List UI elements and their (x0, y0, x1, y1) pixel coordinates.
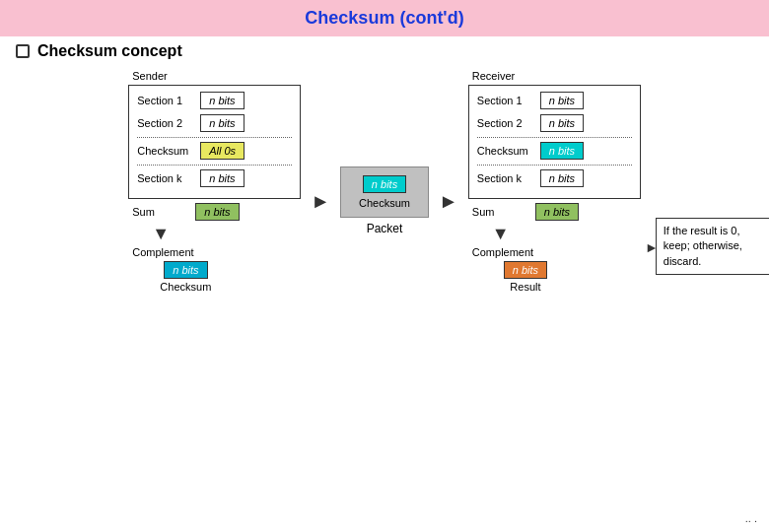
sender-complement-nbits: n bits (164, 261, 207, 279)
receiver-sum-row: Sum n bits (472, 203, 579, 221)
receiver-dotted2 (477, 165, 632, 166)
sender-label: Sender (132, 70, 167, 82)
receiver-result-label: Result (472, 281, 579, 293)
receiver-label: Receiver (472, 70, 515, 82)
sender-dotted1 (137, 137, 292, 138)
sender-complement-label: Complement (132, 246, 239, 258)
receiver-dotted1 (477, 137, 632, 138)
sender-sectionk-row: Section k n bits (137, 169, 292, 187)
sender-sum-nbits: n bits (195, 203, 239, 221)
sender-sum-label: Sum (132, 206, 189, 218)
sender-checksum-label: Checksum (137, 145, 194, 157)
subtitle-text: Checksum concept (37, 42, 182, 60)
packet-inner: n bits Checksum (340, 166, 429, 218)
receiver-section1-row: Section 1 n bits (477, 92, 632, 109)
receiver-sum-nbits: n bits (535, 203, 579, 221)
receiver-sectionk-nbits: n bits (540, 169, 584, 187)
sender-checksum-row: Checksum All 0s (137, 142, 292, 160)
sender-section1-row: Section 1 n bits (137, 92, 292, 109)
arrow-packet-receiver: ► (439, 109, 458, 293)
packet-checksum-label: Checksum (359, 197, 410, 209)
arrow-right-icon1: ► (311, 190, 330, 213)
receiver-sum-area: Sum n bits ▼ Complement n bits Result (472, 203, 579, 293)
subtitle-row: Checksum concept (0, 36, 769, 66)
receiver-sum-label: Sum (472, 206, 529, 218)
sender-section1-label: Section 1 (137, 95, 194, 106)
bullet-icon (16, 44, 30, 58)
packet-nbits: n bits (363, 175, 406, 193)
receiver-sectionk-row: Section k n bits (477, 169, 632, 187)
receiver-section2-nbits: n bits (540, 114, 584, 132)
title: Checksum (cont'd) (0, 0, 769, 36)
receiver-complement-label: Complement (472, 246, 579, 258)
page-number: .. . (745, 512, 757, 524)
receiver-checksum-nbits: n bits (540, 142, 584, 160)
sender-sum-area: Sum n bits ▼ Complement n bits Checksum (132, 203, 239, 293)
sender-sum-row: Sum n bits (132, 203, 239, 221)
sender-section2-row: Section 2 n bits (137, 114, 292, 132)
receiver-sectionk-label: Section k (477, 172, 534, 184)
callout-box: If the result is 0, keep; otherwise, dis… (656, 218, 769, 275)
receiver-section2-label: Section 2 (477, 117, 534, 129)
callout-arrow-icon: ► (645, 239, 659, 255)
sender-block: Section 1 n bits Section 2 n bits Checks… (128, 85, 301, 199)
sender-section1-nbits: n bits (200, 92, 244, 109)
receiver-down-arrow: ▼ (472, 224, 579, 244)
sender-down-arrow: ▼ (132, 224, 239, 244)
packet-label: Packet (367, 222, 403, 235)
sender-section2-label: Section 2 (137, 117, 194, 129)
diagram-area: Sender Section 1 n bits Section 2 n bits… (0, 66, 769, 297)
arrow-right-icon2: ► (439, 190, 458, 213)
receiver-section1-label: Section 1 (477, 95, 534, 106)
sender-checksum-value: All 0s (200, 142, 245, 160)
sender-sectionk-nbits: n bits (200, 169, 244, 187)
receiver-section2-row: Section 2 n bits (477, 114, 632, 132)
receiver-result-nbits: n bits (504, 261, 547, 279)
sender-checksum-bottom-label: Checksum (132, 281, 239, 293)
receiver-section1-nbits: n bits (540, 92, 584, 109)
receiver-block: Section 1 n bits Section 2 n bits Checks… (468, 85, 641, 199)
packet-block: n bits Checksum Packet (340, 109, 429, 293)
sender-dotted2 (137, 165, 292, 166)
sender-sectionk-label: Section k (137, 172, 194, 184)
receiver-checksum-row: Checksum n bits (477, 142, 632, 160)
sender-section2-nbits: n bits (200, 114, 244, 132)
receiver-checksum-label: Checksum (477, 145, 534, 157)
arrow-sender-packet: ► (311, 109, 330, 293)
